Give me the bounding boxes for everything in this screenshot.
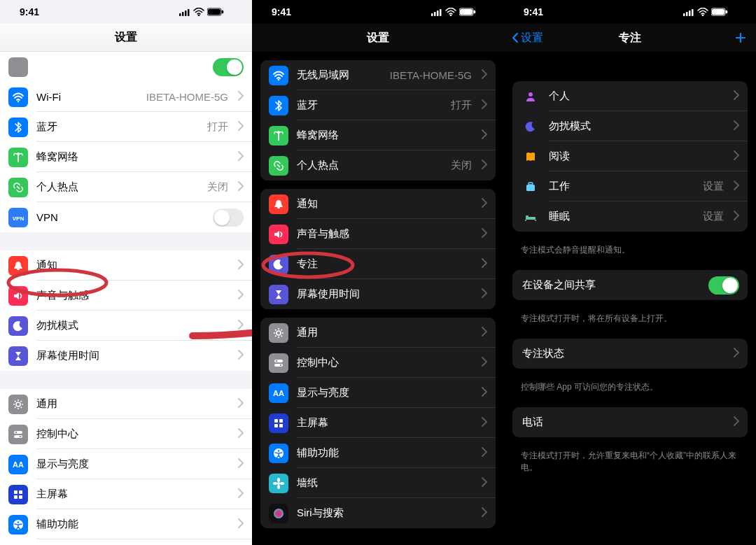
settings-row-声音与触感[interactable]: 声音与触感 [260, 219, 496, 249]
accessibility-icon [269, 444, 288, 463]
wifi-status-icon [193, 8, 204, 16]
settings-row-专注[interactable]: 专注 [260, 249, 496, 279]
phone-dark-focus: 9:41 设置 专注 + 个人勿扰模式阅读工作设置睡眠设置 专注模式会静音提醒和… [504, 0, 756, 545]
row-partial[interactable] [0, 52, 252, 82]
phone-row[interactable]: 电话 [512, 407, 748, 437]
chevron-icon [480, 416, 487, 430]
row-label: 通知 [36, 259, 228, 272]
settings-row-蓝牙[interactable]: 蓝牙打开 [0, 112, 252, 142]
settings-row-控制中心[interactable]: 控制中心 [260, 348, 496, 378]
row-label: 通用 [36, 397, 228, 411]
settings-row-个人热点[interactable]: 个人热点关闭 [260, 150, 496, 181]
page-title: 设置 [367, 31, 389, 45]
chevron-icon [480, 227, 487, 241]
settings-row-通用[interactable]: 通用 [0, 389, 252, 419]
add-button[interactable]: + [735, 27, 746, 49]
share-toggle[interactable] [708, 276, 739, 295]
settings-row-蓝牙[interactable]: 蓝牙打开 [260, 90, 496, 120]
chevron-icon [732, 210, 739, 223]
row-value: IBETA-HOME-5G [390, 69, 472, 81]
vpn-icon [8, 208, 28, 227]
settings-row-勿扰模式[interactable]: 勿扰模式 [0, 311, 252, 341]
battery-icon [711, 8, 728, 16]
bell-icon [269, 194, 288, 214]
row-label: 个人热点 [297, 159, 442, 172]
row-label: 辅助功能 [36, 518, 228, 531]
settings-row-个人热点[interactable]: 个人热点关闭 [0, 172, 252, 202]
settings-row-墙纸[interactable]: 墙纸 [260, 468, 496, 498]
wifi-icon [8, 87, 28, 107]
settings-row-屏幕使用时间[interactable]: 屏幕使用时间 [260, 279, 496, 309]
chevron-icon [480, 386, 487, 399]
grid-icon [8, 485, 28, 504]
back-button[interactable]: 设置 [511, 31, 543, 45]
chevron-icon [480, 159, 487, 172]
settings-row-Wi‑Fi[interactable]: Wi‑FiIBETA-HOME-5G [0, 82, 252, 112]
chevron-icon [732, 150, 739, 163]
settings-row-蜂窝网络[interactable]: 蜂窝网络 [0, 142, 252, 172]
row-label: 通知 [297, 197, 472, 211]
page-title: 设置 [115, 30, 137, 45]
person-icon [521, 87, 540, 106]
row-value: 打开 [451, 99, 472, 112]
chevron-icon [237, 488, 244, 501]
row-label: 蜂窝网络 [297, 129, 472, 142]
settings-row-Siri与搜索[interactable]: Siri与搜索 [260, 498, 496, 528]
speaker-icon [8, 286, 28, 306]
chevron-icon [480, 257, 487, 271]
settings-row-控制中心[interactable]: 控制中心 [0, 419, 252, 449]
settings-row-通知[interactable]: 通知 [260, 189, 496, 219]
settings-row-显示与亮度[interactable]: 显示与亮度 [0, 449, 252, 479]
link-icon [8, 178, 28, 197]
settings-row-墙纸[interactable]: 墙纸 [0, 539, 252, 545]
settings-row-主屏幕[interactable]: 主屏幕 [260, 408, 496, 438]
phone-light-settings: 9:41 设置 Wi‑FiIBETA-HOME-5G蓝牙打开蜂窝网络个人热点关闭… [0, 0, 252, 545]
accessibility-icon [8, 515, 28, 535]
speaker-icon [269, 225, 288, 244]
row-label: 蓝牙 [36, 120, 199, 134]
row-label: 声音与触感 [297, 227, 472, 241]
settings-row-通用[interactable]: 通用 [260, 318, 496, 348]
toggle[interactable] [213, 58, 244, 76]
chevron-icon [732, 90, 739, 103]
settings-row-主屏幕[interactable]: 主屏幕 [0, 479, 252, 509]
chevron-icon [480, 197, 487, 211]
settings-row-显示与亮度[interactable]: 显示与亮度 [260, 378, 496, 408]
row-label: 声音与触感 [36, 289, 228, 302]
chevron-icon [237, 518, 244, 531]
focus-status-row[interactable]: 专注状态 [512, 339, 748, 369]
navbar: 设置 [0, 24, 252, 52]
chevron-icon [237, 458, 244, 471]
settings-row-勿扰模式[interactable]: 勿扰模式 [512, 111, 748, 141]
settings-row-屏幕使用时间[interactable]: 屏幕使用时间 [0, 341, 252, 371]
share-across-devices-row[interactable]: 在设备之间共享 [512, 270, 748, 300]
chevron-icon [480, 476, 487, 490]
settings-row-个人[interactable]: 个人 [512, 81, 748, 111]
siri-icon [269, 504, 288, 523]
settings-row-VPN[interactable]: VPN [0, 202, 252, 232]
signal-icon [683, 8, 694, 16]
gear-icon [8, 395, 28, 414]
settings-row-蜂窝网络[interactable]: 蜂窝网络 [260, 120, 496, 150]
hourglass-icon [8, 346, 28, 366]
settings-row-通知[interactable]: 通知 [0, 250, 252, 281]
battery-icon [459, 8, 476, 16]
settings-row-睡眠[interactable]: 睡眠设置 [512, 201, 748, 232]
focus-status-label: 专注状态 [522, 347, 724, 360]
settings-row-声音与触感[interactable]: 声音与触感 [0, 281, 252, 311]
bluetooth-icon [269, 96, 288, 115]
row-label: 屏幕使用时间 [36, 349, 228, 362]
chevron-icon [732, 180, 739, 193]
settings-row-无线局域网[interactable]: 无线局域网IBETA-HOME-5G [260, 60, 496, 90]
settings-row-辅助功能[interactable]: 辅助功能 [260, 438, 496, 468]
phone-footer: 专注模式打开时，允许重复来电和“个人收藏”中的联系人来电。 [504, 446, 756, 475]
row-label: Wi‑Fi [36, 91, 138, 103]
phone-label: 电话 [522, 416, 724, 429]
settings-row-工作[interactable]: 工作设置 [512, 171, 748, 201]
settings-row-辅助功能[interactable]: 辅助功能 [0, 509, 252, 539]
settings-row-阅读[interactable]: 阅读 [512, 141, 748, 171]
toggle[interactable] [213, 208, 244, 227]
navbar: 设置 [252, 24, 504, 52]
row-label: 蜂窝网络 [36, 150, 228, 164]
row-label: 无线局域网 [297, 69, 382, 82]
